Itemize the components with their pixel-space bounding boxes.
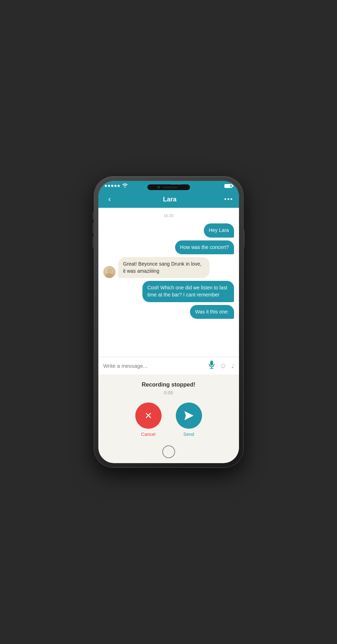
- home-button[interactable]: [162, 445, 175, 458]
- cancel-button-wrapper: ✕ Cancel: [135, 402, 162, 437]
- signal-dot-4: [114, 185, 116, 187]
- back-button[interactable]: ‹: [104, 195, 115, 204]
- mute-button[interactable]: [93, 212, 94, 219]
- send-label: Send: [183, 432, 194, 437]
- message-row-4: Cool! Which one did we listen to last ti…: [103, 281, 234, 302]
- chat-timestamp: 16:20: [103, 213, 234, 218]
- recording-panel: Recording stopped! 0:05 ✕ Cancel: [98, 374, 239, 445]
- signal-dot-5: [118, 185, 120, 187]
- recording-time: 0:05: [164, 390, 173, 395]
- avatar: [103, 266, 115, 278]
- message-bubble-3: Great! Beyonce sang Drunk in love, it wa…: [118, 257, 210, 278]
- cancel-recording-button[interactable]: ✕: [135, 402, 162, 429]
- camera-dot: [157, 186, 160, 189]
- message-bubble-4: Cool! Which one did we listen to last ti…: [142, 281, 234, 302]
- svg-rect-0: [210, 361, 213, 366]
- message-bubble-2: How was the concert?: [175, 240, 234, 255]
- more-button[interactable]: •••: [224, 196, 233, 203]
- phone-screen: 16:21 ‹ Lara ••• 16:20 Hey Lara: [98, 181, 239, 463]
- status-left: [105, 183, 128, 188]
- home-area: [98, 445, 239, 463]
- send-recording-button[interactable]: [176, 402, 202, 429]
- x-icon: ✕: [145, 410, 152, 421]
- message-row-2: How was the concert?: [103, 240, 234, 255]
- message-row-1: Hey Lara: [103, 223, 234, 238]
- microphone-icon[interactable]: [208, 361, 215, 371]
- battery-fill: [225, 185, 230, 187]
- recording-title: Recording stopped!: [142, 382, 195, 388]
- volume-up-button[interactable]: [93, 223, 94, 233]
- music-icon[interactable]: ♩: [231, 362, 234, 370]
- wifi-icon: [122, 183, 128, 188]
- power-button[interactable]: [243, 230, 245, 248]
- message-bubble-1: Hey Lara: [204, 223, 234, 238]
- speaker: [163, 187, 177, 188]
- top-notch: [147, 184, 190, 190]
- message-bubble-5: Was it this one:: [190, 305, 234, 319]
- send-button-wrapper: Send: [176, 402, 202, 437]
- message-input[interactable]: [103, 363, 204, 369]
- chat-area: 16:20 Hey Lara How was the concert? Grea…: [98, 208, 239, 357]
- phone-frame: 16:21 ‹ Lara ••• 16:20 Hey Lara: [94, 177, 243, 467]
- input-area: ☺ ♩: [98, 357, 239, 374]
- message-row-3: Great! Beyonce sang Drunk in love, it wa…: [103, 257, 234, 278]
- nav-title: Lara: [163, 196, 176, 203]
- recording-buttons: ✕ Cancel Send: [135, 402, 202, 437]
- nav-bar: ‹ Lara •••: [98, 191, 239, 208]
- message-row-5: Was it this one:: [103, 305, 234, 319]
- avatar-image: [103, 266, 115, 278]
- volume-down-button[interactable]: [93, 237, 94, 248]
- battery-icon: [224, 184, 232, 188]
- cancel-label: Cancel: [141, 432, 155, 437]
- signal-dot-3: [111, 185, 113, 187]
- screen-content: 16:21 ‹ Lara ••• 16:20 Hey Lara: [98, 181, 239, 463]
- signal-dot-1: [105, 185, 107, 187]
- emoji-icon[interactable]: ☺: [219, 362, 227, 370]
- signal-dot-2: [108, 185, 110, 187]
